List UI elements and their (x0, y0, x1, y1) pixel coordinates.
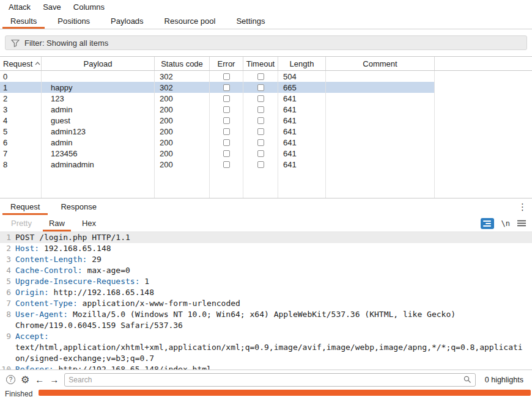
line-number: 8 (0, 309, 11, 331)
status-code-cell: 302 (155, 83, 210, 92)
tab-resource-pool[interactable]: Resource pool (154, 13, 226, 29)
http-header-name: Host: (15, 244, 39, 253)
error-checkbox[interactable] (223, 161, 230, 168)
column-header-timeout[interactable]: Timeout (243, 57, 278, 70)
error-cell (210, 106, 243, 113)
payload-cell: guest (42, 116, 155, 125)
error-checkbox[interactable] (223, 128, 230, 135)
line-number: 10 (0, 364, 11, 370)
error-checkbox[interactable] (223, 139, 230, 146)
http-header-name: Referer: (15, 365, 54, 370)
error-cell (210, 128, 243, 135)
show-linebreaks-icon[interactable]: \n (501, 219, 510, 228)
error-checkbox[interactable] (223, 84, 230, 91)
line-content: Content-Type: application/x-www-form-url… (11, 298, 532, 309)
http-header-value: Mozilla/5.0 (Windows NT 10.0; Win64; x64… (15, 310, 460, 330)
tab-request[interactable]: Request (0, 198, 50, 215)
table-row[interactable]: 2123200641 (0, 93, 435, 104)
timeout-checkbox[interactable] (257, 139, 264, 146)
length-cell: 641 (278, 105, 326, 114)
tab-payloads[interactable]: Payloads (100, 13, 153, 29)
http-header-value: max-age=0 (83, 266, 130, 275)
panel-menu-icon[interactable]: ⋮ (518, 198, 527, 215)
length-cell: 641 (278, 160, 326, 169)
tab-settings[interactable]: Settings (226, 13, 275, 29)
request-editor[interactable]: 1POST /login.php HTTP/1.12Host: 192.168.… (0, 232, 532, 370)
timeout-checkbox[interactable] (257, 84, 264, 91)
payload-cell: adminadmin (42, 160, 155, 169)
timeout-checkbox[interactable] (257, 95, 264, 102)
table-row[interactable]: 7123456200641 (0, 148, 435, 159)
search-input[interactable] (68, 376, 463, 384)
line-content: User-Agent: Mozilla/5.0 (Windows NT 10.0… (11, 309, 532, 331)
error-checkbox[interactable] (223, 150, 230, 157)
column-header-comment[interactable]: Comment (326, 57, 435, 70)
line-number: 1 (0, 232, 11, 243)
filter-bar[interactable]: Filter: Showing all items (5, 35, 527, 50)
settings-gear-icon[interactable]: ⚙ (21, 374, 29, 385)
http-header-name: Cache-Control: (15, 266, 83, 275)
http-header-name: Upgrade-Insecure-Requests: (15, 277, 140, 286)
table-row[interactable]: 5admin123200641 (0, 126, 435, 137)
tab-hex[interactable]: Hex (73, 215, 105, 231)
search-icon[interactable] (464, 376, 471, 384)
table-row[interactable]: 6admin200641 (0, 137, 435, 148)
timeout-checkbox[interactable] (257, 128, 264, 135)
editor-line: 5Upgrade-Insecure-Requests: 1 (0, 276, 532, 287)
error-checkbox[interactable] (223, 73, 230, 80)
column-header-filler (435, 57, 532, 70)
status-code-cell: 200 (155, 105, 210, 114)
tab-positions[interactable]: Positions (47, 13, 100, 29)
timeout-checkbox[interactable] (257, 73, 264, 80)
error-cell (210, 117, 243, 124)
error-checkbox[interactable] (223, 106, 230, 113)
next-match-icon[interactable]: → (50, 374, 59, 385)
menu-columns[interactable]: Columns (67, 1, 111, 13)
length-cell: 504 (278, 72, 326, 81)
results-table-body[interactable]: 03025041happy30266521232006413admin20064… (0, 71, 532, 198)
column-header-status-code[interactable]: Status code (155, 57, 210, 70)
payload-cell: admin (42, 105, 155, 114)
tab-results[interactable]: Results (0, 13, 47, 29)
timeout-checkbox[interactable] (257, 106, 264, 113)
column-header-length[interactable]: Length (278, 57, 326, 70)
hamburger-menu-icon[interactable] (517, 220, 526, 227)
editor-line: 4Cache-Control: max-age=0 (0, 265, 532, 276)
column-header-payload[interactable]: Payload (42, 57, 155, 70)
line-content: Accept: text/html,application/xhtml+xml,… (11, 331, 532, 364)
error-cell (210, 73, 243, 80)
timeout-cell (243, 117, 278, 124)
column-header-error[interactable]: Error (210, 57, 243, 70)
line-content: Cache-Control: max-age=0 (11, 265, 532, 276)
menu-attack[interactable]: Attack (2, 1, 37, 13)
previous-match-icon[interactable]: ← (35, 374, 44, 385)
column-label: Payload (84, 59, 113, 68)
status-bar: Finished (0, 389, 532, 397)
table-row[interactable]: 1happy302665 (0, 82, 435, 93)
table-row[interactable]: 3admin200641 (0, 104, 435, 115)
menu-save[interactable]: Save (37, 1, 67, 13)
editor-line: 8User-Agent: Mozilla/5.0 (Windows NT 10.… (0, 309, 532, 331)
table-row[interactable]: 0302504 (0, 71, 435, 82)
request-number-cell: 5 (0, 127, 42, 136)
tab-raw[interactable]: Raw (40, 215, 73, 231)
pretty-print-icon[interactable] (481, 218, 494, 229)
error-checkbox[interactable] (223, 95, 230, 102)
timeout-checkbox[interactable] (257, 150, 264, 157)
editor-line: 2Host: 192.168.65.148 (0, 243, 532, 254)
http-header-value: http://192.168.65.148 (49, 288, 154, 297)
timeout-checkbox[interactable] (257, 117, 264, 124)
timeout-checkbox[interactable] (257, 161, 264, 168)
timeout-cell (243, 84, 278, 91)
help-icon[interactable]: ? (6, 375, 15, 384)
error-checkbox[interactable] (223, 117, 230, 124)
table-row[interactable]: 8adminadmin200641 (0, 159, 435, 170)
tab-pretty[interactable]: Pretty (2, 215, 40, 231)
table-row[interactable]: 4guest200641 (0, 115, 435, 126)
column-label: Length (290, 59, 314, 68)
timeout-cell (243, 106, 278, 113)
tab-response[interactable]: Response (50, 198, 107, 215)
column-header-request[interactable]: Request (0, 57, 42, 70)
line-content: Referer: http://192.168.65.148/index.htm… (11, 364, 532, 370)
editor-line: 3Content-Length: 29 (0, 254, 532, 265)
